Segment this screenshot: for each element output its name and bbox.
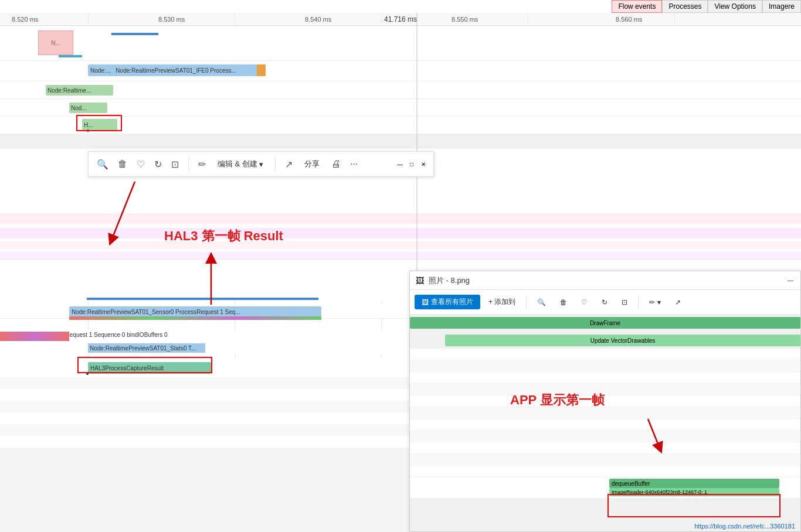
zoom-icon[interactable]: 🔍: [94, 156, 111, 172]
photo-edit-button[interactable]: ✏ ▾: [643, 296, 666, 309]
flow-events-button[interactable]: Flow events: [612, 0, 662, 13]
empty-photo-row-9: [410, 442, 800, 454]
photo-window-chrome: —: [786, 277, 795, 285]
maximize-button[interactable]: □: [408, 160, 416, 168]
purple-band-2: [0, 252, 801, 260]
toolbar-separator-1: [188, 157, 189, 171]
track-row-3: Node:Realtime...: [0, 81, 801, 99]
dropdown-arrow: ▾: [259, 160, 263, 169]
stats-sub-block: Node:RealtimePreviewSAT01_Stats0 T...: [88, 343, 205, 353]
photo-icon-btn: 🖼: [422, 298, 429, 306]
draw-frame-track: DrawFrame: [410, 315, 800, 332]
track-row-5: H...: [0, 117, 801, 134]
minimize-button[interactable]: —: [396, 160, 404, 168]
empty-photo-row-5: [410, 395, 800, 407]
purple-band: [0, 228, 801, 238]
orange-block: [257, 64, 266, 76]
ruler-mark-3: 8.540 ms: [305, 16, 331, 23]
photo-share-button[interactable]: ↗: [669, 296, 687, 309]
empty-photo-row-7: [410, 419, 800, 431]
multicolor-bar: [69, 316, 321, 320]
edit-icon[interactable]: ✏: [196, 156, 208, 172]
print-icon[interactable]: 🖨: [329, 156, 343, 172]
empty-photo-row-1: [410, 349, 800, 360]
track-row-1: N...: [0, 26, 801, 61]
process-req-block: Node:RealtimePreviewSAT01_Sensor0 Proces…: [69, 306, 321, 317]
rotate-icon[interactable]: ↻: [152, 156, 164, 172]
ruler-mark-2: 8.530 ms: [158, 16, 185, 23]
top-toolbar: Flow events Processes View Options Image…: [612, 0, 801, 13]
photo-window: 🖼 照片 - 8.png — 🖼 查看所有照片 + 添加到 🔍 🗑 ♡ ↻ ⊡ …: [409, 271, 801, 532]
view-all-photos-button[interactable]: 🖼 查看所有照片: [415, 295, 480, 309]
window-chrome: — □ ✕: [396, 160, 427, 168]
processes-button[interactable]: Processes: [662, 0, 708, 13]
empty-photo-row-11: [410, 466, 800, 478]
n-block: N...: [38, 30, 73, 55]
more-icon[interactable]: ···: [348, 156, 360, 172]
view-options-button[interactable]: View Options: [708, 0, 762, 13]
photo-rotate-button[interactable]: ↻: [596, 296, 613, 309]
add-to-button[interactable]: + 添加到: [483, 295, 521, 309]
photo-titlebar: 🖼 照片 - 8.png —: [410, 271, 800, 290]
draw-frame-block: DrawFrame: [410, 317, 800, 329]
track-row-4: Nod...: [0, 99, 801, 117]
h-block: H...: [82, 119, 117, 131]
app-annotation: APP 显示第一帧: [510, 391, 605, 409]
empty-photo-row-3: [410, 372, 800, 384]
edit-create-button[interactable]: 编辑 & 创建 ▾: [213, 156, 268, 172]
timeline-ruler: 8.520 ms 8.530 ms 8.540 ms 8.550 ms 8.56…: [0, 13, 801, 26]
cyan-bar-1: [59, 55, 82, 57]
photo-delete-button[interactable]: 🗑: [554, 296, 573, 309]
pink-band: [0, 213, 801, 224]
gray-track-1: [0, 134, 801, 149]
empty-photo-row-4: [410, 384, 800, 395]
update-vector-block: Update VectorDrawables: [445, 335, 800, 346]
imagere-label: Imagere: [762, 0, 801, 13]
hal3-dot: [86, 373, 89, 375]
toolbar-separator-2: [275, 157, 276, 171]
ruler-center-time: 41.716 ms: [384, 15, 417, 23]
empty-photo-row-2: [410, 360, 800, 372]
dot-indicator: [87, 129, 89, 132]
close-button[interactable]: ✕: [419, 160, 427, 168]
update-vector-track: Update VectorDrawables: [410, 332, 800, 349]
photo-crop-button[interactable]: ⊡: [616, 296, 633, 309]
hal3-capture-block: HAL3ProcessCaptureResult: [88, 362, 211, 374]
stats-bar: [0, 332, 69, 341]
ruler-mark-4: 8.550 ms: [452, 16, 478, 23]
empty-photo-row-8: [410, 431, 800, 442]
photo-tb-sep-1: [526, 295, 527, 309]
hal3-annotation: HAL3 第一帧 Result: [164, 227, 283, 245]
long-blue-bar: [87, 298, 318, 300]
empty-photo-row-10: [410, 454, 800, 466]
ruler-mark-1: 8.520 ms: [12, 16, 38, 23]
share-icon[interactable]: ↗: [283, 156, 295, 172]
blue-bar-1: [111, 33, 158, 35]
photo-zoom-button[interactable]: 🔍: [531, 296, 552, 309]
crop-icon[interactable]: ⊡: [169, 156, 181, 172]
photo-icon: 🖼: [416, 276, 424, 285]
delete-icon[interactable]: 🗑: [116, 156, 130, 172]
float-toolbar: 🔍 🗑 ♡ ↻ ⊡ ✏ 编辑 & 创建 ▾ ↗ 分享 🖨 ··· — □ ✕: [88, 151, 434, 177]
dequeue-buffer-block: dequeueBuffer: [609, 479, 779, 488]
realtime-block-1: Node:Realtime...: [46, 85, 113, 96]
photo-tb-sep-2: [638, 295, 639, 309]
photo-minimize-button[interactable]: —: [786, 277, 795, 285]
pink-band-2: [0, 241, 801, 250]
ruler-mark-5: 8.560 ms: [616, 16, 642, 23]
photo-content: DrawFrame Update VectorDrawables dequeue…: [410, 315, 800, 531]
watermark: https://blog.csdn.net/refc...3360181: [694, 523, 795, 530]
ife0-block: Node:... Node:RealtimePreviewSAT01_IFE0 …: [88, 64, 264, 76]
photo-title: 照片 - 8.png: [429, 275, 470, 286]
share-button[interactable]: 分享: [300, 156, 324, 172]
photo-toolbar: 🖼 查看所有照片 + 添加到 🔍 🗑 ♡ ↻ ⊡ ✏ ▾ ↗: [410, 290, 800, 315]
nod-block: Nod...: [69, 103, 107, 113]
dequeue-track: dequeueBuffer ImageReader-640x640f23m8-1…: [410, 478, 800, 499]
track-row-2: Node:... Node:RealtimePreviewSAT01_IFE0 …: [0, 61, 801, 81]
heart-icon[interactable]: ♡: [134, 156, 147, 172]
image-reader-block: ImageReader-640x640f23m8-12467-0: 1: [609, 488, 779, 496]
empty-photo-row-6: [410, 407, 800, 419]
photo-heart-button[interactable]: ♡: [575, 296, 593, 309]
